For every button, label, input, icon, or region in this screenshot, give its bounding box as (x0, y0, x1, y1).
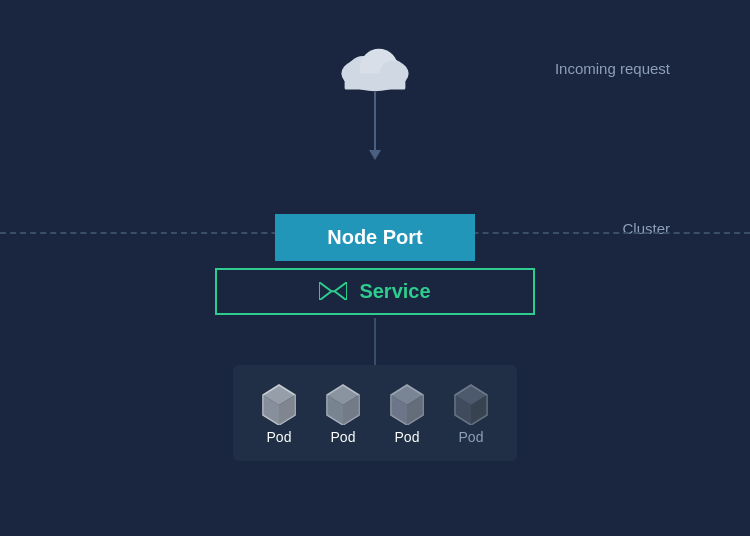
pod-4: Pod (449, 381, 493, 445)
pod-3-icon (385, 381, 429, 425)
nodeport-block: Node Port (275, 214, 475, 261)
pod-2-label: Pod (331, 429, 356, 445)
svg-marker-5 (319, 282, 331, 301)
pod-3: Pod (385, 381, 429, 445)
connector-line (374, 318, 376, 368)
arrow-down (374, 92, 376, 152)
pod-3-label: Pod (395, 429, 420, 445)
pod-2-icon (321, 381, 365, 425)
cluster-label: Cluster (622, 220, 670, 237)
incoming-request-label: Incoming request (555, 60, 670, 77)
pod-4-icon (449, 381, 493, 425)
svg-rect-4 (345, 74, 406, 90)
service-label: Service (359, 280, 430, 303)
service-icon (319, 282, 347, 302)
pod-2: Pod (321, 381, 365, 445)
cloud-section (335, 40, 415, 152)
svg-marker-6 (335, 282, 347, 301)
pod-4-label: Pod (459, 429, 484, 445)
diagram-container: Incoming request Cluster Node Port (0, 0, 750, 536)
pods-section: Pod Pod Pod (233, 365, 517, 461)
pod-1-label: Pod (267, 429, 292, 445)
cloud-icon (335, 40, 415, 92)
service-block: Service (215, 268, 535, 315)
pod-1: Pod (257, 381, 301, 445)
pod-1-icon (257, 381, 301, 425)
